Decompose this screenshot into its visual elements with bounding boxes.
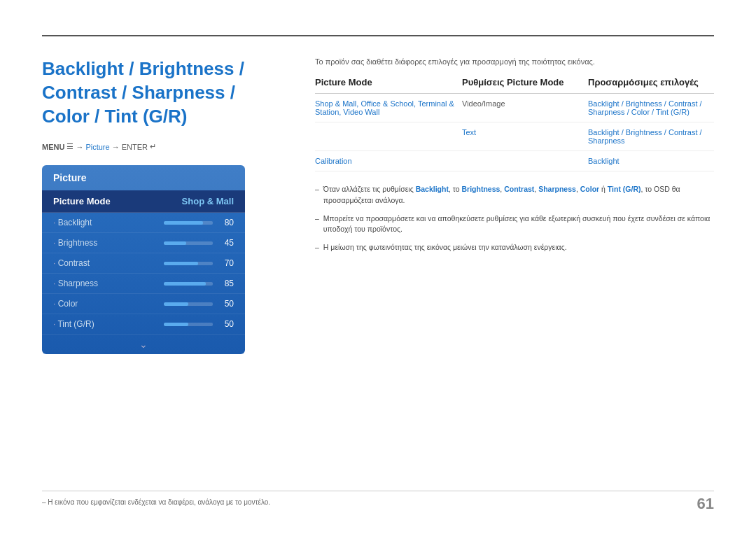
table-cell-settings: Text	[462, 122, 588, 151]
osd-item-label: Sharpness	[53, 279, 98, 288]
osd-panel: Picture Picture Mode Shop & Mall Backlig…	[42, 165, 245, 354]
osd-item-label: Backlight	[53, 218, 92, 227]
table-row: Calibration Backlight	[315, 151, 714, 171]
right-column: Το προϊόν σας διαθέτει διάφορες επιλογές…	[315, 57, 714, 491]
osd-items-container: Backlight 80 Brightness 45 Contrast 70 S…	[42, 213, 245, 335]
table-row: Shop & Mall, Office & School, Terminal &…	[315, 94, 714, 122]
note-dash: –	[315, 242, 319, 253]
osd-item-label: Color	[53, 299, 78, 309]
note-item: – Μπορείτε να προσαρμόσετε και να αποθηκ…	[315, 213, 714, 236]
osd-bar-fill	[164, 282, 206, 286]
osd-item: Sharpness 85	[42, 274, 245, 294]
right-intro: Το προϊόν σας διαθέτει διάφορες επιλογές…	[315, 57, 714, 66]
arrow-1: →	[76, 143, 83, 151]
bold-word: Sharpness	[538, 185, 576, 193]
osd-bar-container	[164, 282, 213, 286]
notes-section: – Όταν αλλάζετε τις ρυθμίσεις Backlight,…	[315, 184, 714, 253]
note-item: – Η μείωση της φωτεινότητας της εικόνας …	[315, 242, 714, 253]
osd-item-right: 85	[164, 279, 234, 288]
osd-chevron-down[interactable]: ⌄	[42, 335, 245, 354]
osd-item: Brightness 45	[42, 233, 245, 253]
osd-bar-container	[164, 323, 213, 326]
note-item: – Όταν αλλάζετε τις ρυθμίσεις Backlight,…	[315, 184, 714, 206]
osd-item-value: 80	[218, 218, 234, 227]
picture-link: Picture	[85, 143, 109, 151]
osd-item-value: 50	[218, 319, 234, 329]
osd-bar-fill	[164, 241, 186, 245]
osd-bar-container	[164, 241, 213, 245]
table-cell-settings: Video/Image	[462, 94, 588, 122]
osd-item-value: 50	[218, 299, 234, 309]
osd-bar-fill	[164, 302, 188, 306]
col-header-settings: Ρυθμίσεις Picture Mode	[462, 77, 588, 94]
info-table: Picture Mode Ρυθμίσεις Picture Mode Προσ…	[315, 77, 714, 171]
table-cell-settings	[462, 151, 588, 171]
osd-item: Backlight 80	[42, 213, 245, 233]
menu-icon: ☰	[66, 142, 74, 151]
osd-selected-value: Shop & Mall	[182, 196, 234, 206]
osd-item-right: 45	[164, 238, 234, 248]
table-cell-mode: Shop & Mall, Office & School, Terminal &…	[315, 94, 462, 122]
page-container: Backlight / Brightness / Contrast / Shar…	[0, 0, 756, 534]
osd-item: Contrast 70	[42, 253, 245, 274]
bold-word: Brightness	[461, 185, 500, 193]
osd-bar-container	[164, 302, 213, 306]
page-title: Backlight / Brightness / Contrast / Shar…	[42, 57, 287, 128]
osd-item-label: Contrast	[53, 258, 90, 268]
enter-label: ENTER	[122, 143, 148, 151]
note-dash: –	[315, 213, 319, 236]
enter-icon: ↵	[150, 142, 156, 151]
osd-selected-row[interactable]: Picture Mode Shop & Mall	[42, 190, 245, 213]
bold-word: Tint (G/R)	[608, 185, 641, 193]
osd-item: Color 50	[42, 294, 245, 314]
osd-bar-container	[164, 221, 213, 225]
osd-item-value: 85	[218, 279, 234, 288]
osd-item-right: 80	[164, 218, 234, 227]
osd-item-value: 70	[218, 258, 234, 268]
table-cell-options: Backlight / Brightness / Contrast / Shar…	[588, 94, 714, 122]
osd-item-label: Brightness	[53, 238, 97, 248]
table-cell-options: Backlight	[588, 151, 714, 171]
top-line	[42, 35, 714, 36]
table-cell-options: Backlight / Brightness / Contrast / Shar…	[588, 122, 714, 151]
bold-word: Backlight	[416, 185, 449, 193]
main-content: Backlight / Brightness / Contrast / Shar…	[42, 57, 714, 491]
note-text: Όταν αλλάζετε τις ρυθμίσεις Backlight, τ…	[323, 184, 714, 206]
menu-word: MENU	[42, 143, 64, 151]
menu-path: MENU ☰ → Picture → ENTER ↵	[42, 142, 287, 151]
left-column: Backlight / Brightness / Contrast / Shar…	[42, 57, 287, 491]
table-cell-mode: Calibration	[315, 151, 462, 171]
table-cell-mode	[315, 122, 462, 151]
osd-item-value: 45	[218, 238, 234, 248]
bold-word: Contrast	[504, 185, 534, 193]
note-text: Μπορείτε να προσαρμόσετε και να αποθηκεύ…	[323, 213, 714, 236]
col-header-options: Προσαρμόσιμες επιλογές	[588, 77, 714, 94]
page-number: 61	[697, 495, 714, 513]
osd-bar-fill	[164, 221, 203, 225]
note-text: Η μείωση της φωτεινότητας της εικόνας με…	[323, 242, 714, 253]
note-dash: –	[315, 184, 319, 206]
osd-item-right: 50	[164, 319, 234, 329]
osd-item: Tint (G/R) 50	[42, 314, 245, 335]
table-row: Text Backlight / Brightness / Contrast /…	[315, 122, 714, 151]
footer-note: – Η εικόνα που εμφανίζεται ενδέχεται να …	[42, 491, 714, 506]
osd-selected-label: Picture Mode	[53, 196, 111, 206]
osd-item-right: 50	[164, 299, 234, 309]
bold-word: Color	[580, 185, 599, 193]
arrow-2: →	[112, 143, 120, 151]
osd-title: Picture	[42, 165, 245, 190]
col-header-mode: Picture Mode	[315, 77, 462, 94]
osd-bar-fill	[164, 262, 198, 265]
osd-item-right: 70	[164, 258, 234, 268]
osd-item-label: Tint (G/R)	[53, 319, 94, 329]
osd-bar-container	[164, 262, 213, 265]
osd-bar-fill	[164, 323, 188, 326]
